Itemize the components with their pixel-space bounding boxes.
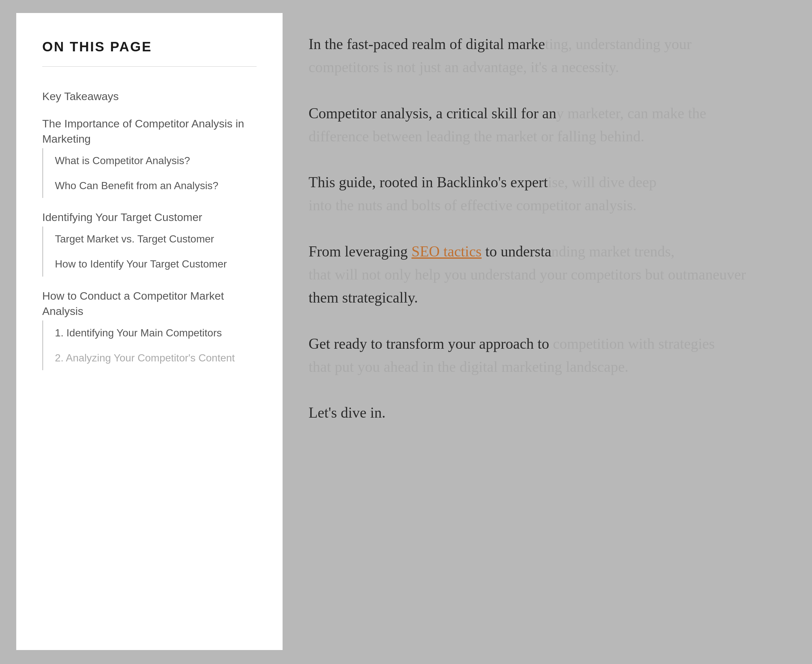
nav-link-importance[interactable]: The Importance of Competitor Analysis in… <box>42 116 257 147</box>
paragraph-5: Get ready to transform your approach to … <box>309 332 776 379</box>
paragraph-2: Competitor analysis, a critical skill fo… <box>309 102 776 148</box>
nav-sub-list-identifying: Target Market vs. Target Customer How to… <box>42 226 257 277</box>
para2-bold: Competitor analysis, a critical skill fo… <box>309 105 556 122</box>
nav-sub-list-importance: What is Competitor Analysis? Who Can Ben… <box>42 148 257 198</box>
seo-tactics-link[interactable]: SEO tactics <box>411 243 482 260</box>
para4-end: to understa <box>482 243 552 260</box>
nav-sub-link-analyzing-content[interactable]: 2. Analyzing Your Competitor's Content <box>55 351 257 365</box>
nav-link-key-takeaways[interactable]: Key Takeaways <box>42 89 257 104</box>
nav-item-identifying-target[interactable]: Identifying Your Target Customer Target … <box>42 204 257 282</box>
para2-faded: y marketer, can make the <box>556 105 706 122</box>
nav-list: Key Takeaways The Importance of Competit… <box>42 83 257 376</box>
para4-last: them strategically. <box>309 289 418 306</box>
nav-link-identifying-target[interactable]: Identifying Your Target Customer <box>42 210 257 225</box>
paragraph-4: From leveraging SEO tactics to understan… <box>309 240 776 309</box>
para5-bold: Get ready to transform your approach to <box>309 335 549 352</box>
sidebar-title: ON THIS PAGE <box>42 39 257 55</box>
paragraph-1: In the fast-paced realm of digital marke… <box>309 33 776 79</box>
nav-sub-item-main-competitors[interactable]: 1. Identifying Your Main Competitors <box>55 321 257 345</box>
page-wrapper: ON THIS PAGE Key Takeaways The Importanc… <box>16 13 796 650</box>
para4-faded: nding market trends, <box>551 243 674 260</box>
nav-sub-item-who-can-benefit[interactable]: Who Can Benefit from an Analysis? <box>55 173 257 198</box>
nav-item-importance[interactable]: The Importance of Competitor Analysis in… <box>42 110 257 204</box>
para5-faded: competition with strategies <box>549 335 715 352</box>
paragraph-6: Let's dive in. <box>309 401 776 424</box>
para1-bold: In the fast-paced realm of digital marke <box>309 36 545 52</box>
paragraph-3: This guide, rooted in Backlinko's expert… <box>309 171 776 217</box>
nav-link-how-to-conduct[interactable]: How to Conduct a Competitor Market Analy… <box>42 288 257 319</box>
para6-text: Let's dive in. <box>309 404 385 421</box>
content-area: In the fast-paced realm of digital marke… <box>283 13 796 650</box>
para2-faded-2: difference between leading the market or… <box>309 128 645 145</box>
nav-sub-link-what-is[interactable]: What is Competitor Analysis? <box>55 153 257 168</box>
nav-item-how-to-conduct[interactable]: How to Conduct a Competitor Market Analy… <box>42 282 257 376</box>
para4-start: From leveraging <box>309 243 411 260</box>
nav-sub-item-analyzing-content[interactable]: 2. Analyzing Your Competitor's Content <box>55 345 257 371</box>
para1-faded: ting, understanding your <box>545 36 692 52</box>
nav-sub-link-who-can-benefit[interactable]: Who Can Benefit from an Analysis? <box>55 179 257 193</box>
sidebar: ON THIS PAGE Key Takeaways The Importanc… <box>16 13 283 650</box>
para3-faded: ise, will dive deep <box>547 174 656 190</box>
nav-sub-link-how-to-identify[interactable]: How to Identify Your Target Customer <box>55 257 257 272</box>
para1-faded-2: competitors is not just an advantage, it… <box>309 59 619 75</box>
nav-sub-item-what-is[interactable]: What is Competitor Analysis? <box>55 148 257 173</box>
nav-sub-link-target-market-vs[interactable]: Target Market vs. Target Customer <box>55 232 257 246</box>
sidebar-divider <box>42 66 257 67</box>
nav-sub-item-target-market-vs[interactable]: Target Market vs. Target Customer <box>55 226 257 252</box>
nav-item-key-takeaways[interactable]: Key Takeaways <box>42 83 257 110</box>
nav-sub-item-how-to-identify[interactable]: How to Identify Your Target Customer <box>55 252 257 277</box>
para5-faded-2: that put you ahead in the digital market… <box>309 358 628 375</box>
para4-faded-2: that will not only help you understand y… <box>309 266 746 283</box>
nav-sub-list-conduct: 1. Identifying Your Main Competitors 2. … <box>42 321 257 371</box>
para3-faded-2: into the nuts and bolts of effective com… <box>309 197 637 213</box>
nav-sub-link-main-competitors[interactable]: 1. Identifying Your Main Competitors <box>55 325 257 340</box>
para3-bold: This guide, rooted in Backlinko's expert <box>309 174 547 190</box>
